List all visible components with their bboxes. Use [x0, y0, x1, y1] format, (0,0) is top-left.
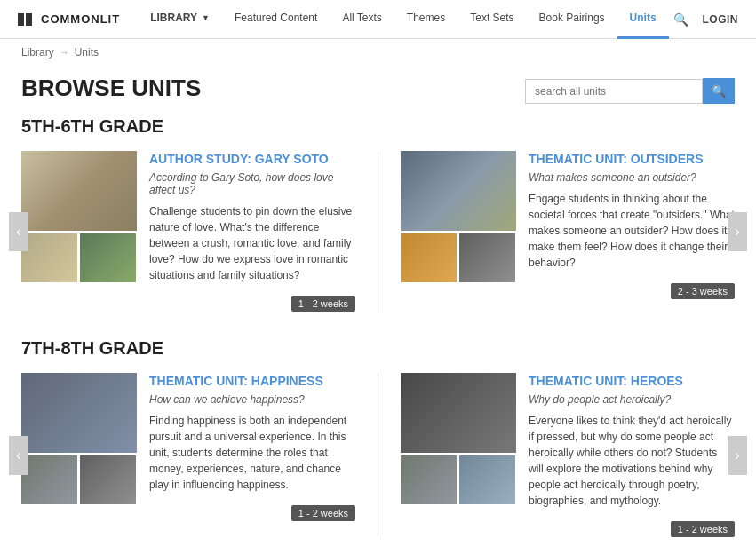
unit-small-img-1-heroes — [401, 455, 457, 504]
unit-subtitle-heroes: Why do people act heroically? — [529, 393, 735, 406]
unit-main-image-happiness — [21, 373, 137, 453]
unit-images-gary-soto — [21, 151, 137, 282]
search-bar: 🔍 — [525, 78, 735, 104]
unit-title-happiness[interactable]: THEMATIC UNIT: HAPPINESS — [149, 373, 355, 389]
unit-small-img-2-gary-soto — [80, 233, 136, 282]
unit-main-image-heroes — [401, 373, 516, 453]
grade-title-5-6: 5TH-6TH GRADE — [21, 116, 735, 137]
unit-duration-happiness: 1 - 2 weeks — [291, 505, 355, 521]
unit-small-images-heroes — [401, 455, 516, 504]
carousel-next-7-8[interactable]: › — [728, 436, 747, 475]
search-icon-header[interactable]: 🔍 — [673, 12, 688, 27]
units-row-5-6: AUTHOR STUDY: GARY SOTO According to Gar… — [21, 151, 735, 312]
carousel-prev-5-6[interactable]: ‹ — [9, 212, 28, 251]
nav-text-sets[interactable]: Text Sets — [458, 0, 526, 39]
unit-main-image-gary-soto — [21, 151, 137, 231]
unit-desc-heroes: Everyone likes to think they'd act heroi… — [529, 413, 735, 509]
unit-duration-heroes: 1 - 2 weeks — [671, 521, 735, 537]
top-right-actions: 🔍 LOGIN — [673, 12, 739, 27]
unit-info-gary-soto: AUTHOR STUDY: GARY SOTO According to Gar… — [149, 151, 355, 312]
unit-info-happiness: THEMATIC UNIT: HAPPINESS How can we achi… — [149, 373, 355, 521]
breadcrumb-current: Units — [75, 46, 99, 59]
carousel-prev-7-8[interactable]: ‹ — [9, 436, 28, 475]
unit-subtitle-gary-soto: According to Gary Soto, how does love af… — [149, 171, 355, 196]
carousel-next-5-6[interactable]: › — [728, 212, 747, 251]
unit-small-img-2-outsiders — [459, 233, 515, 282]
unit-small-img-1-outsiders — [401, 233, 457, 282]
divider-7-8 — [378, 373, 378, 537]
unit-images-heroes — [401, 373, 516, 504]
units-row-7-8: THEMATIC UNIT: HAPPINESS How can we achi… — [21, 373, 735, 537]
unit-duration-gary-soto: 1 - 2 weeks — [291, 296, 355, 312]
breadcrumb: Library → Units — [0, 39, 756, 66]
unit-subtitle-outsiders: What makes someone an outsider? — [529, 171, 735, 184]
unit-small-img-2-heroes — [459, 455, 515, 504]
dropdown-arrow: ▼ — [202, 13, 210, 22]
unit-small-img-1-gary-soto — [21, 233, 77, 282]
unit-card-gary-soto: AUTHOR STUDY: GARY SOTO According to Gar… — [21, 151, 355, 312]
nav-all-texts[interactable]: All Texts — [330, 0, 394, 39]
logo: COMMONLIT — [18, 12, 120, 26]
search-button[interactable]: 🔍 — [703, 78, 735, 104]
unit-card-outsiders: THEMATIC UNIT: OUTSIDERS What makes some… — [401, 151, 735, 299]
unit-info-outsiders: THEMATIC UNIT: OUTSIDERS What makes some… — [529, 151, 735, 299]
unit-duration-outsiders: 2 - 3 weeks — [671, 283, 735, 299]
unit-desc-gary-soto: Challenge students to pin down the elusi… — [149, 203, 355, 283]
unit-desc-outsiders: Engage students in thinking about the so… — [529, 191, 735, 271]
nav-units[interactable]: Units — [617, 0, 669, 39]
nav-library[interactable]: LIBRARY ▼ — [138, 0, 222, 39]
grade-section-5-6: 5TH-6TH GRADE ‹ AUTHOR STUDY: GARY SOTO — [21, 116, 735, 312]
nav-featured[interactable]: Featured Content — [222, 0, 330, 39]
breadcrumb-arrow: → — [60, 47, 69, 58]
top-nav: LIBRARY ▼ Featured Content All Texts The… — [138, 0, 672, 39]
unit-info-heroes: THEMATIC UNIT: HEROES Why do people act … — [529, 373, 735, 537]
unit-small-img-1-happiness — [21, 455, 77, 504]
carousel-7-8: ‹ THEMATIC UNIT: HAPPINESS How can we ac… — [21, 373, 735, 537]
unit-small-images-gary-soto — [21, 233, 137, 282]
divider-5-6 — [378, 151, 378, 312]
unit-images-outsiders — [401, 151, 516, 282]
nav-themes[interactable]: Themes — [394, 0, 458, 39]
unit-title-gary-soto[interactable]: AUTHOR STUDY: GARY SOTO — [149, 151, 355, 167]
nav-book-pairings[interactable]: Book Pairings — [527, 0, 617, 39]
grade-section-7-8: 7TH-8TH GRADE ‹ THEMATIC UNIT: HAPPINESS — [21, 338, 735, 537]
search-input[interactable] — [525, 79, 703, 104]
page-content: BROWSE UNITS 🔍 5TH-6TH GRADE ‹ — [0, 66, 756, 554]
unit-small-images-happiness — [21, 455, 137, 504]
unit-card-happiness: THEMATIC UNIT: HAPPINESS How can we achi… — [21, 373, 355, 521]
grade-title-7-8: 7TH-8TH GRADE — [21, 338, 735, 359]
unit-images-happiness — [21, 373, 137, 504]
carousel-5-6: ‹ AUTHOR STUDY: GARY SOTO According to G… — [21, 151, 735, 312]
unit-title-heroes[interactable]: THEMATIC UNIT: HEROES — [529, 373, 735, 389]
login-button[interactable]: LOGIN — [703, 13, 739, 26]
unit-card-heroes: THEMATIC UNIT: HEROES Why do people act … — [401, 373, 735, 537]
unit-title-outsiders[interactable]: THEMATIC UNIT: OUTSIDERS — [529, 151, 735, 167]
unit-small-img-2-happiness — [80, 455, 136, 504]
unit-subtitle-happiness: How can we achieve happiness? — [149, 393, 355, 406]
unit-desc-happiness: Finding happiness is both an independent… — [149, 413, 355, 493]
top-bar: COMMONLIT LIBRARY ▼ Featured Content All… — [0, 0, 756, 39]
logo-text: COMMONLIT — [41, 12, 120, 26]
unit-small-images-outsiders — [401, 233, 516, 282]
breadcrumb-library[interactable]: Library — [21, 46, 54, 59]
unit-main-image-outsiders — [401, 151, 516, 231]
